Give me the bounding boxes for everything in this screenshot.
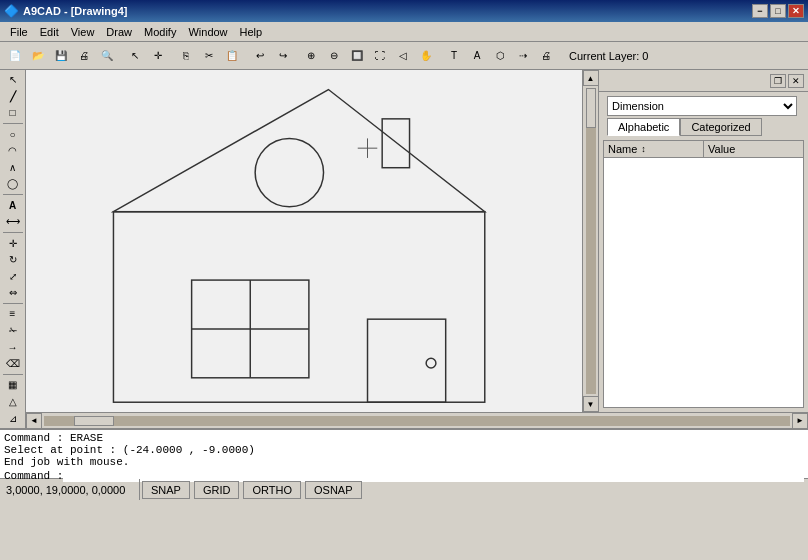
grid-toggle[interactable]: GRID: [194, 481, 240, 499]
scale-tool[interactable]: ⤢: [2, 268, 24, 284]
text-a-button[interactable]: A: [466, 45, 488, 67]
tab-categorized[interactable]: Categorized: [680, 118, 761, 136]
text-style-button[interactable]: T: [443, 45, 465, 67]
plot-preview-button[interactable]: 🖨: [535, 45, 557, 67]
close-button[interactable]: ✕: [788, 4, 804, 18]
panel-close-button[interactable]: ✕: [788, 74, 804, 88]
osnap-toggle[interactable]: OSNAP: [305, 481, 362, 499]
polyline-tool[interactable]: ∧: [2, 160, 24, 176]
pick-button[interactable]: ↖: [124, 45, 146, 67]
panel-type-dropdown[interactable]: Dimension Layer Properties: [607, 96, 797, 116]
move-tool[interactable]: ✛: [2, 235, 24, 251]
erase-tool[interactable]: ⌫: [2, 356, 24, 372]
insert-block-button[interactable]: ⬡: [489, 45, 511, 67]
zoom-fit-button[interactable]: 🔍: [96, 45, 118, 67]
scroll-down-button[interactable]: ▼: [583, 396, 599, 412]
scroll-right-button[interactable]: ►: [792, 413, 808, 429]
dimension-tool[interactable]: ⟷: [2, 214, 24, 230]
rectangle-tool[interactable]: □: [2, 105, 24, 121]
col-name-header: Name ↕: [604, 141, 704, 157]
zoom-window-button[interactable]: 🔲: [346, 45, 368, 67]
window-title: A9CAD - [Drawing4]: [23, 5, 128, 17]
right-panel: ❐ ✕ Dimension Layer Properties Alphabeti…: [598, 70, 808, 412]
cut-button[interactable]: ✂: [198, 45, 220, 67]
circle-tool[interactable]: ○: [2, 126, 24, 142]
properties-table-header: Name ↕ Value: [603, 140, 804, 158]
new-button[interactable]: 📄: [4, 45, 26, 67]
pan-button[interactable]: ✋: [415, 45, 437, 67]
line-tool[interactable]: ╱: [2, 89, 24, 105]
minimize-button[interactable]: −: [752, 4, 768, 18]
menu-window[interactable]: Window: [182, 24, 233, 40]
menu-modify[interactable]: Modify: [138, 24, 182, 40]
menu-file[interactable]: File: [4, 24, 34, 40]
ortho-toggle[interactable]: ORTHO: [243, 481, 301, 499]
snap-toggle[interactable]: SNAP: [142, 481, 190, 499]
drawing-area[interactable]: [26, 70, 582, 412]
menu-view[interactable]: View: [65, 24, 101, 40]
paste-button[interactable]: 📋: [221, 45, 243, 67]
snap-button[interactable]: ✛: [147, 45, 169, 67]
v-scroll-track[interactable]: [586, 88, 596, 394]
text-tool[interactable]: A: [2, 197, 24, 213]
v-scroll-thumb[interactable]: [586, 88, 596, 128]
coordinates-display: 3,0000, 19,0000, 0,0000: [0, 479, 140, 500]
h-scroll-thumb[interactable]: [74, 416, 114, 426]
command-area: Command : ERASE Select at point : (-24.0…: [0, 428, 808, 478]
left-toolbar: ↖ ╱ □ ○ ◠ ∧ ◯ A ⟷ ✛ ↻ ⤢ ⇔ ≡ ✁ → ⌫ ▦ △ ⊿: [0, 70, 26, 428]
sort-icon: ↕: [641, 144, 646, 154]
ellipse-tool[interactable]: ◯: [2, 176, 24, 192]
zoom-out-button[interactable]: ⊖: [323, 45, 345, 67]
right-panel-header: ❐ ✕: [599, 70, 808, 92]
open-button[interactable]: 📂: [27, 45, 49, 67]
mirror-tool[interactable]: ⇔: [2, 285, 24, 301]
title-bar: 🔷 A9CAD - [Drawing4] − □ ✕: [0, 0, 808, 22]
menu-draw[interactable]: Draw: [100, 24, 138, 40]
properties-table-body: [603, 158, 804, 408]
extend-tool[interactable]: →: [2, 339, 24, 355]
zoom-prev-button[interactable]: ◁: [392, 45, 414, 67]
undo-button[interactable]: ↩: [249, 45, 271, 67]
hatch-tool[interactable]: ▦: [2, 377, 24, 393]
layer-tool[interactable]: ⊿: [2, 410, 24, 426]
zoom-all-button[interactable]: ⛶: [369, 45, 391, 67]
select-tool[interactable]: ↖: [2, 72, 24, 88]
tab-alphabetic[interactable]: Alphabetic: [607, 118, 680, 136]
menu-edit[interactable]: Edit: [34, 24, 65, 40]
h-scroll-track[interactable]: [44, 416, 790, 426]
panel-restore-button[interactable]: ❐: [770, 74, 786, 88]
scroll-up-button[interactable]: ▲: [583, 70, 599, 86]
menu-bar: File Edit View Draw Modify Window Help: [0, 22, 808, 42]
trim-tool[interactable]: ✁: [2, 323, 24, 339]
measure-tool[interactable]: △: [2, 394, 24, 410]
maximize-button[interactable]: □: [770, 4, 786, 18]
drawing-svg: [26, 70, 582, 412]
scroll-left-button[interactable]: ◄: [26, 413, 42, 429]
ext-ref-button[interactable]: ⇢: [512, 45, 534, 67]
print-button[interactable]: 🖨: [73, 45, 95, 67]
canvas-container: ▲ ▼ ❐ ✕ Dimension Layer Prop: [26, 70, 808, 428]
svg-point-3: [255, 138, 323, 206]
menu-help[interactable]: Help: [234, 24, 269, 40]
redo-button[interactable]: ↪: [272, 45, 294, 67]
current-layer-label: Current Layer: 0: [569, 50, 648, 62]
command-line-3: End job with mouse.: [4, 456, 804, 468]
horizontal-scrollbar: ◄ ►: [26, 412, 808, 428]
svg-rect-1: [382, 119, 409, 168]
svg-rect-7: [368, 319, 446, 402]
panel-tabs: Alphabetic Categorized: [607, 118, 800, 136]
copy-button[interactable]: ⎘: [175, 45, 197, 67]
save-button[interactable]: 💾: [50, 45, 72, 67]
arc-tool[interactable]: ◠: [2, 143, 24, 159]
app-icon: 🔷: [4, 4, 19, 18]
svg-point-8: [426, 358, 436, 368]
svg-rect-2: [113, 212, 484, 403]
command-line-2: Select at point : (-24.0000 , -9.0000): [4, 444, 804, 456]
zoom-in-button[interactable]: ⊕: [300, 45, 322, 67]
svg-marker-0: [113, 90, 484, 212]
rotate-tool[interactable]: ↻: [2, 252, 24, 268]
main-toolbar: 📄 📂 💾 🖨 🔍 ↖ ✛ ⎘ ✂ 📋 ↩ ↪ ⊕ ⊖ 🔲 ⛶ ◁ ✋ T A …: [0, 42, 808, 70]
offset-tool[interactable]: ≡: [2, 306, 24, 322]
command-line-1: Command : ERASE: [4, 432, 804, 444]
vertical-scrollbar: ▲ ▼: [582, 70, 598, 412]
